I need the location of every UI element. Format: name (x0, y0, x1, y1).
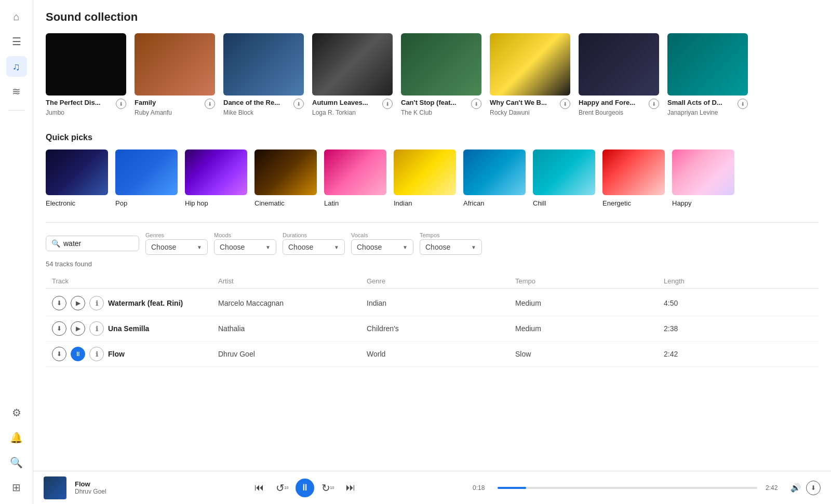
genre-card[interactable]: Pop (115, 149, 178, 208)
track-download-button[interactable]: ⬇ (382, 99, 393, 109)
player-download-button[interactable]: ⬇ (806, 481, 821, 495)
track-download-button[interactable]: ⬇ (116, 99, 126, 109)
volume-icon[interactable]: 🔊 (790, 483, 801, 493)
progress-bar[interactable] (498, 487, 757, 489)
track-play-btn[interactable]: ⏸ (71, 347, 85, 361)
sidebar-item-search[interactable]: 🔍 (6, 452, 27, 473)
sidebar-item-menu[interactable]: ☰ (6, 31, 27, 52)
featured-track-card[interactable]: Small Acts of D... ⬇ Janapriyan Levine (667, 33, 748, 116)
sidebar-item-library[interactable]: ⊞ (6, 477, 27, 498)
play-icon: ⏸ (75, 350, 81, 358)
genre-card[interactable]: African (463, 149, 526, 208)
table-row[interactable]: ⬇ ▶ ℹ Watermark (feat. Rini) Marcelo Mac… (46, 291, 819, 316)
track-download-button[interactable]: ⬇ (471, 99, 481, 109)
track-card-image (579, 33, 659, 96)
track-info-btn[interactable]: ℹ (89, 321, 104, 336)
track-download-button[interactable]: ⬇ (738, 99, 748, 109)
track-card-header: Small Acts of D... ⬇ (667, 99, 748, 109)
track-artist: Nathalia (218, 324, 367, 333)
sidebar-item-bell[interactable]: 🔔 (6, 427, 27, 448)
info-icon: ℹ (96, 325, 98, 333)
track-info-btn[interactable]: ℹ (89, 347, 104, 361)
genre-card-image (672, 149, 734, 195)
durations-filter-group: Durations Choose ▼ (283, 232, 345, 255)
menu-icon: ☰ (12, 35, 21, 48)
player-track-artist: Dhruv Goel (75, 488, 137, 495)
sidebar-item-settings[interactable]: ⚙ (6, 402, 27, 423)
skip-forward-button[interactable]: ⏭ (341, 479, 360, 497)
genre-card[interactable]: Happy (672, 149, 734, 208)
track-download-btn[interactable]: ⬇ (52, 321, 66, 336)
vocals-chevron-icon: ▼ (403, 244, 408, 250)
moods-select[interactable]: Choose ▼ (214, 239, 276, 255)
rewind-button[interactable]: ↺10 (275, 481, 289, 495)
total-time: 2:42 (766, 484, 782, 492)
table-row[interactable]: ⬇ ▶ ℹ Una Semilla Nathalia Children's Me… (46, 316, 819, 342)
featured-track-card[interactable]: Family ⬇ Ruby Amanfu (135, 33, 215, 116)
forward-button[interactable]: ↻10 (320, 481, 335, 495)
download-icon: ⬇ (57, 350, 62, 358)
sidebar: ⌂ ☰ ♫ ≋ ⚙ 🔔 🔍 ⊞ (0, 0, 33, 504)
durations-select-value: Choose (288, 243, 331, 251)
sidebar-item-waveform[interactable]: ≋ (6, 81, 27, 102)
bell-icon: 🔔 (10, 431, 23, 444)
featured-track-card[interactable]: Happy and Fore... ⬇ Brent Bourgeois (579, 33, 659, 116)
featured-track-card[interactable]: The Perfect Dis... ⬇ Jumbo (46, 33, 126, 116)
search-input[interactable]: water (63, 239, 126, 248)
page-title: Sound collection (46, 10, 819, 24)
track-card-artist: Janapriyan Levine (667, 109, 748, 116)
skip-back-button[interactable]: ⏮ (250, 479, 269, 497)
genre-card[interactable]: Chill (533, 149, 595, 208)
track-play-btn[interactable]: ▶ (71, 321, 85, 336)
search-box[interactable]: 🔍 water (46, 236, 139, 251)
track-info-btn[interactable]: ℹ (89, 296, 104, 310)
vocals-select[interactable]: Choose ▼ (351, 239, 413, 255)
featured-track-card[interactable]: Why Can't We B... ⬇ Rocky Dawuni (490, 33, 570, 116)
moods-label: Moods (214, 232, 276, 238)
track-length: 2:38 (664, 324, 812, 333)
track-download-btn[interactable]: ⬇ (52, 347, 66, 361)
genre-card[interactable]: Latin (324, 149, 386, 208)
genre-card[interactable]: Electronic (46, 149, 108, 208)
sidebar-item-music-library[interactable]: ♫ (6, 56, 27, 77)
track-card-title: Why Can't We B... (490, 99, 547, 106)
genre-card[interactable]: Cinematic (254, 149, 317, 208)
table-row[interactable]: ⬇ ⏸ ℹ Flow Dhruv Goel World Slow 2:42 (46, 342, 819, 367)
track-card-title: Dance of the Re... (223, 99, 280, 106)
track-download-btn[interactable]: ⬇ (52, 296, 66, 310)
track-card-image (312, 33, 393, 96)
current-time: 0:18 (473, 484, 489, 492)
vocals-label: Vocals (351, 232, 413, 238)
track-length: 2:42 (664, 350, 812, 358)
featured-track-card[interactable]: Dance of the Re... ⬇ Mike Block (223, 33, 304, 116)
genre-card[interactable]: Indian (394, 149, 456, 208)
vocals-select-value: Choose (357, 243, 399, 251)
track-card-artist: Brent Bourgeois (579, 109, 659, 116)
featured-track-card[interactable]: Can't Stop (feat... ⬇ The K Club (401, 33, 481, 116)
settings-icon: ⚙ (12, 406, 21, 419)
tracks-table-header: Track Artist Genre Tempo Length (46, 274, 819, 289)
tempos-select[interactable]: Choose ▼ (420, 239, 482, 255)
tracks-table: Track Artist Genre Tempo Length ⬇ ▶ ℹ Wa… (46, 274, 819, 367)
track-card-title: Small Acts of D... (667, 99, 722, 106)
genres-select[interactable]: Choose ▼ (145, 239, 208, 255)
player-controls: ⏮ ↺10 ⏸ ↻10 ⏭ (145, 479, 464, 497)
sidebar-item-home[interactable]: ⌂ (6, 6, 27, 27)
track-download-button[interactable]: ⬇ (560, 99, 570, 109)
track-play-btn[interactable]: ▶ (71, 296, 85, 310)
genre-card-label: Electronic (46, 199, 75, 207)
genre-card-label: African (463, 199, 484, 207)
genre-card[interactable]: Hip hop (185, 149, 247, 208)
durations-select[interactable]: Choose ▼ (283, 239, 345, 255)
genre-card[interactable]: Energetic (602, 149, 665, 208)
play-icon: ▶ (76, 325, 81, 332)
track-length: 4:50 (664, 299, 812, 307)
track-download-button[interactable]: ⬇ (293, 99, 304, 109)
tempos-select-value: Choose (425, 243, 468, 251)
pause-button[interactable]: ⏸ (296, 479, 314, 497)
track-card-image (401, 33, 481, 96)
track-download-button[interactable]: ⬇ (649, 99, 659, 109)
track-card-image (490, 33, 570, 96)
featured-track-card[interactable]: Autumn Leaves... ⬇ Loga R. Torkian (312, 33, 393, 116)
track-download-button[interactable]: ⬇ (205, 99, 215, 109)
